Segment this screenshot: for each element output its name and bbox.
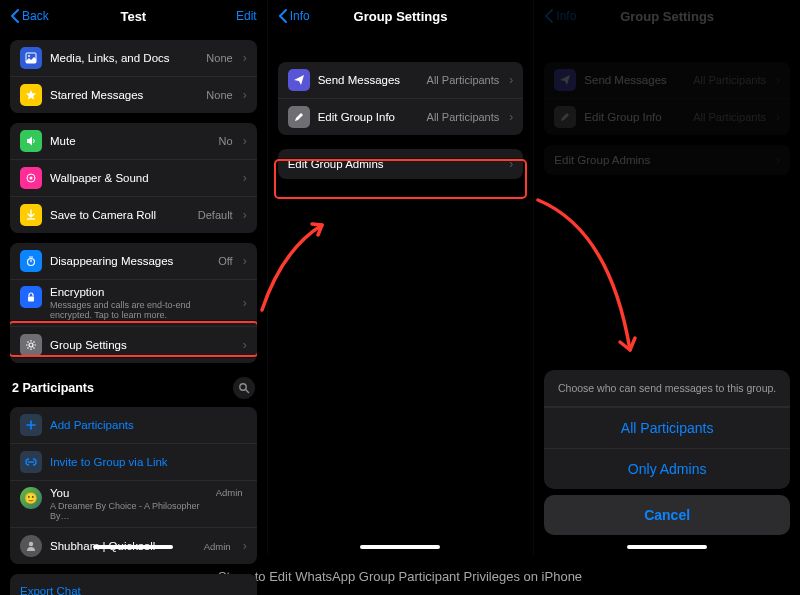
row-group-settings[interactable]: Group Settings › [10,326,257,363]
dim-overlay: Info Group Settings Send Messages All Pa… [534,0,800,175]
chevron-right-icon: › [243,254,247,268]
group-admins-section: Edit Group Admins › [278,149,524,179]
search-button[interactable] [233,377,255,399]
svg-line-13 [34,342,35,343]
plus-icon [20,414,42,436]
row-value: No [219,135,233,147]
row-starred[interactable]: Starred Messages None › [10,76,257,113]
row-value: None [206,89,232,101]
row-invite-link[interactable]: Invite to Group via Link [10,443,257,480]
nav-bar: Back Test Edit [0,0,267,34]
link-icon [20,451,42,473]
row-label: Encryption [50,286,235,298]
row-value: Off [218,255,232,267]
group-privacy: Disappearing Messages Off › Encryption M… [10,243,257,363]
home-indicator [360,545,440,549]
photos-icon [20,47,42,69]
row-export-chat[interactable]: Export Chat [10,574,257,595]
row-send-messages: Send Messages All Participants › [544,62,790,98]
send-icon [554,69,576,91]
row-label: Group Settings [50,339,235,351]
row-label: Save to Camera Roll [50,209,190,221]
chevron-right-icon: › [243,134,247,148]
row-edit-group-admins: Edit Group Admins › [544,145,790,175]
participant-role: Admin [216,487,243,498]
row-label: Export Chat [20,585,247,596]
back-button[interactable]: Back [10,9,66,23]
row-add-participants[interactable]: Add Participants [10,407,257,443]
home-indicator [627,545,707,549]
group-options: Mute No › Wallpaper & Sound › Save to Ca… [10,123,257,233]
chevron-right-icon: › [509,73,513,87]
back-button[interactable]: Info [278,9,334,23]
gear-icon [20,334,42,356]
row-send-messages[interactable]: Send Messages All Participants › [278,62,524,98]
nav-title: Group Settings [354,9,448,24]
nav-title: Test [120,9,146,24]
row-label: Edit Group Info [318,111,419,123]
row-media[interactable]: Media, Links, and Docs None › [10,40,257,76]
screen-group-info: Back Test Edit Media, Links, and Docs No… [0,0,267,555]
group-permissions: Send Messages All Participants › Edit Gr… [278,62,524,135]
svg-line-16 [245,390,248,393]
action-sheet-message: Choose who can send messages to this gro… [544,370,790,407]
row-encryption[interactable]: Encryption Messages and calls are end-to… [10,279,257,326]
group-permissions: Send Messages All Participants › Edit Gr… [544,62,790,135]
chevron-right-icon: › [243,208,247,222]
participant-role: Admin [204,541,231,552]
nav-title: Group Settings [620,9,714,24]
group-media: Media, Links, and Docs None › Starred Me… [10,40,257,113]
nav-bar: Info Group Settings [268,0,534,34]
participant-name: You [50,487,208,499]
chevron-right-icon: › [243,171,247,185]
svg-point-6 [29,343,33,347]
row-participant-you[interactable]: 🙂 You A Dreamer By Choice - A Philosophe… [10,480,257,527]
row-label: Edit Group Info [584,111,685,123]
row-wallpaper[interactable]: Wallpaper & Sound › [10,159,257,196]
action-sheet-card: Choose who can send messages to this gro… [544,370,790,489]
group-participants: Add Participants Invite to Group via Lin… [10,407,257,564]
action-sheet-cancel[interactable]: Cancel [544,495,790,535]
lock-icon [20,286,42,308]
svg-point-3 [30,177,33,180]
back-label: Info [290,9,310,23]
chevron-right-icon: › [243,539,247,553]
action-sheet-option-admins[interactable]: Only Admins [544,448,790,489]
row-label: Send Messages [318,74,419,86]
row-value: All Participants [693,74,766,86]
row-value: All Participants [427,74,500,86]
pencil-icon [554,106,576,128]
row-edit-group-info[interactable]: Edit Group Info All Participants › [278,98,524,135]
svg-point-1 [28,55,30,57]
svg-point-17 [29,542,33,546]
row-disappearing[interactable]: Disappearing Messages Off › [10,243,257,279]
chevron-right-icon: › [509,110,513,124]
svg-rect-5 [28,297,34,302]
row-mute[interactable]: Mute No › [10,123,257,159]
home-indicator [93,545,173,549]
chevron-right-icon: › [243,51,247,65]
chevron-right-icon: › [243,338,247,352]
chevron-right-icon: › [243,296,247,310]
action-sheet-option-all[interactable]: All Participants [544,407,790,448]
edit-button[interactable]: Edit [201,9,257,23]
row-label: Wallpaper & Sound [50,172,235,184]
row-value: All Participants [693,111,766,123]
row-label: Send Messages [584,74,685,86]
row-value: All Participants [427,111,500,123]
row-label: Edit Group Admins [288,158,502,170]
group-export: Export Chat [10,574,257,595]
chevron-right-icon: › [509,157,513,171]
participants-heading: 2 Participants [0,373,267,401]
chevron-right-icon: › [243,88,247,102]
row-camera-roll[interactable]: Save to Camera Roll Default › [10,196,257,233]
back-button: Info [544,9,600,23]
row-edit-group-admins[interactable]: Edit Group Admins › [278,149,524,179]
svg-line-14 [28,348,29,349]
save-icon [20,204,42,226]
row-label: Disappearing Messages [50,255,210,267]
row-edit-group-info: Edit Group Info All Participants › [544,98,790,135]
speaker-icon [20,130,42,152]
chevron-right-icon: › [776,153,780,167]
row-label: Starred Messages [50,89,198,101]
